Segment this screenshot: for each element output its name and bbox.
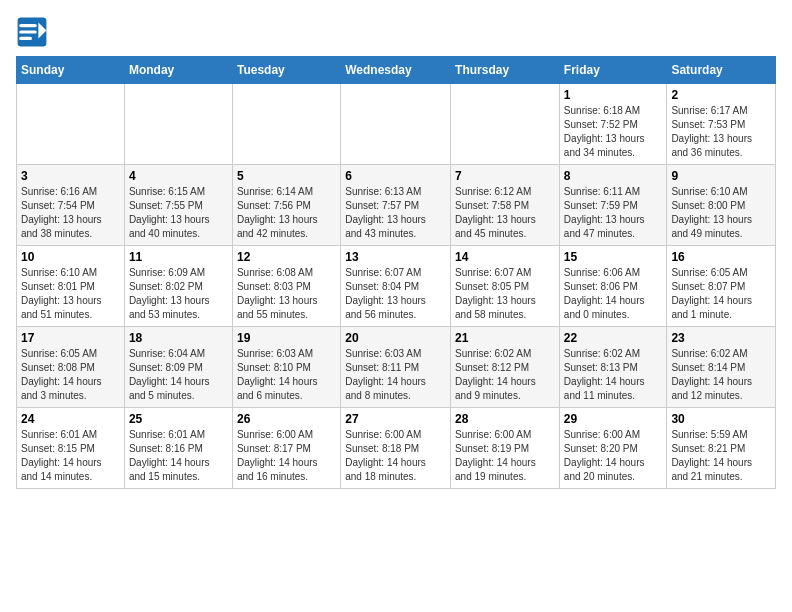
day-info: Sunrise: 6:07 AM Sunset: 8:05 PM Dayligh…	[455, 266, 555, 322]
day-cell: 8Sunrise: 6:11 AM Sunset: 7:59 PM Daylig…	[559, 165, 667, 246]
day-cell: 1Sunrise: 6:18 AM Sunset: 7:52 PM Daylig…	[559, 84, 667, 165]
day-cell: 28Sunrise: 6:00 AM Sunset: 8:19 PM Dayli…	[451, 408, 560, 489]
day-info: Sunrise: 6:05 AM Sunset: 8:07 PM Dayligh…	[671, 266, 771, 322]
week-row-4: 17Sunrise: 6:05 AM Sunset: 8:08 PM Dayli…	[17, 327, 776, 408]
week-row-2: 3Sunrise: 6:16 AM Sunset: 7:54 PM Daylig…	[17, 165, 776, 246]
day-number: 12	[237, 250, 336, 264]
day-info: Sunrise: 6:14 AM Sunset: 7:56 PM Dayligh…	[237, 185, 336, 241]
day-number: 11	[129, 250, 228, 264]
day-cell: 9Sunrise: 6:10 AM Sunset: 8:00 PM Daylig…	[667, 165, 776, 246]
day-info: Sunrise: 6:00 AM Sunset: 8:19 PM Dayligh…	[455, 428, 555, 484]
day-cell: 23Sunrise: 6:02 AM Sunset: 8:14 PM Dayli…	[667, 327, 776, 408]
day-cell: 22Sunrise: 6:02 AM Sunset: 8:13 PM Dayli…	[559, 327, 667, 408]
day-number: 25	[129, 412, 228, 426]
day-info: Sunrise: 6:12 AM Sunset: 7:58 PM Dayligh…	[455, 185, 555, 241]
weekday-wednesday: Wednesday	[341, 57, 451, 84]
day-cell: 4Sunrise: 6:15 AM Sunset: 7:55 PM Daylig…	[124, 165, 232, 246]
day-cell: 25Sunrise: 6:01 AM Sunset: 8:16 PM Dayli…	[124, 408, 232, 489]
day-number: 19	[237, 331, 336, 345]
day-info: Sunrise: 6:10 AM Sunset: 8:01 PM Dayligh…	[21, 266, 120, 322]
day-info: Sunrise: 6:04 AM Sunset: 8:09 PM Dayligh…	[129, 347, 228, 403]
day-cell: 20Sunrise: 6:03 AM Sunset: 8:11 PM Dayli…	[341, 327, 451, 408]
day-number: 27	[345, 412, 446, 426]
day-cell: 26Sunrise: 6:00 AM Sunset: 8:17 PM Dayli…	[232, 408, 340, 489]
day-number: 21	[455, 331, 555, 345]
day-cell	[17, 84, 125, 165]
calendar-body: 1Sunrise: 6:18 AM Sunset: 7:52 PM Daylig…	[17, 84, 776, 489]
day-cell: 12Sunrise: 6:08 AM Sunset: 8:03 PM Dayli…	[232, 246, 340, 327]
weekday-friday: Friday	[559, 57, 667, 84]
day-cell	[451, 84, 560, 165]
day-cell: 11Sunrise: 6:09 AM Sunset: 8:02 PM Dayli…	[124, 246, 232, 327]
day-number: 24	[21, 412, 120, 426]
day-number: 5	[237, 169, 336, 183]
day-number: 4	[129, 169, 228, 183]
day-info: Sunrise: 6:01 AM Sunset: 8:15 PM Dayligh…	[21, 428, 120, 484]
week-row-3: 10Sunrise: 6:10 AM Sunset: 8:01 PM Dayli…	[17, 246, 776, 327]
day-number: 10	[21, 250, 120, 264]
day-number: 8	[564, 169, 663, 183]
day-number: 14	[455, 250, 555, 264]
day-info: Sunrise: 5:59 AM Sunset: 8:21 PM Dayligh…	[671, 428, 771, 484]
day-number: 7	[455, 169, 555, 183]
day-cell: 21Sunrise: 6:02 AM Sunset: 8:12 PM Dayli…	[451, 327, 560, 408]
day-info: Sunrise: 6:11 AM Sunset: 7:59 PM Dayligh…	[564, 185, 663, 241]
day-info: Sunrise: 6:01 AM Sunset: 8:16 PM Dayligh…	[129, 428, 228, 484]
day-cell: 10Sunrise: 6:10 AM Sunset: 8:01 PM Dayli…	[17, 246, 125, 327]
day-info: Sunrise: 6:02 AM Sunset: 8:13 PM Dayligh…	[564, 347, 663, 403]
day-number: 13	[345, 250, 446, 264]
day-number: 3	[21, 169, 120, 183]
day-info: Sunrise: 6:16 AM Sunset: 7:54 PM Dayligh…	[21, 185, 120, 241]
weekday-tuesday: Tuesday	[232, 57, 340, 84]
day-number: 22	[564, 331, 663, 345]
day-cell: 30Sunrise: 5:59 AM Sunset: 8:21 PM Dayli…	[667, 408, 776, 489]
weekday-saturday: Saturday	[667, 57, 776, 84]
day-info: Sunrise: 6:06 AM Sunset: 8:06 PM Dayligh…	[564, 266, 663, 322]
day-info: Sunrise: 6:13 AM Sunset: 7:57 PM Dayligh…	[345, 185, 446, 241]
day-cell: 16Sunrise: 6:05 AM Sunset: 8:07 PM Dayli…	[667, 246, 776, 327]
day-info: Sunrise: 6:02 AM Sunset: 8:12 PM Dayligh…	[455, 347, 555, 403]
day-number: 2	[671, 88, 771, 102]
svg-rect-2	[19, 24, 37, 27]
day-number: 18	[129, 331, 228, 345]
day-info: Sunrise: 6:00 AM Sunset: 8:17 PM Dayligh…	[237, 428, 336, 484]
day-info: Sunrise: 6:15 AM Sunset: 7:55 PM Dayligh…	[129, 185, 228, 241]
day-info: Sunrise: 6:00 AM Sunset: 8:20 PM Dayligh…	[564, 428, 663, 484]
day-number: 15	[564, 250, 663, 264]
day-number: 26	[237, 412, 336, 426]
day-number: 30	[671, 412, 771, 426]
day-cell: 17Sunrise: 6:05 AM Sunset: 8:08 PM Dayli…	[17, 327, 125, 408]
week-row-5: 24Sunrise: 6:01 AM Sunset: 8:15 PM Dayli…	[17, 408, 776, 489]
day-cell: 13Sunrise: 6:07 AM Sunset: 8:04 PM Dayli…	[341, 246, 451, 327]
day-cell	[124, 84, 232, 165]
day-cell: 2Sunrise: 6:17 AM Sunset: 7:53 PM Daylig…	[667, 84, 776, 165]
day-info: Sunrise: 6:00 AM Sunset: 8:18 PM Dayligh…	[345, 428, 446, 484]
day-number: 17	[21, 331, 120, 345]
day-info: Sunrise: 6:08 AM Sunset: 8:03 PM Dayligh…	[237, 266, 336, 322]
weekday-thursday: Thursday	[451, 57, 560, 84]
day-info: Sunrise: 6:17 AM Sunset: 7:53 PM Dayligh…	[671, 104, 771, 160]
day-number: 20	[345, 331, 446, 345]
day-info: Sunrise: 6:07 AM Sunset: 8:04 PM Dayligh…	[345, 266, 446, 322]
day-number: 23	[671, 331, 771, 345]
week-row-1: 1Sunrise: 6:18 AM Sunset: 7:52 PM Daylig…	[17, 84, 776, 165]
day-number: 9	[671, 169, 771, 183]
day-info: Sunrise: 6:03 AM Sunset: 8:11 PM Dayligh…	[345, 347, 446, 403]
svg-rect-4	[19, 37, 32, 40]
day-info: Sunrise: 6:03 AM Sunset: 8:10 PM Dayligh…	[237, 347, 336, 403]
day-cell: 29Sunrise: 6:00 AM Sunset: 8:20 PM Dayli…	[559, 408, 667, 489]
day-cell: 3Sunrise: 6:16 AM Sunset: 7:54 PM Daylig…	[17, 165, 125, 246]
day-info: Sunrise: 6:09 AM Sunset: 8:02 PM Dayligh…	[129, 266, 228, 322]
day-info: Sunrise: 6:02 AM Sunset: 8:14 PM Dayligh…	[671, 347, 771, 403]
day-number: 16	[671, 250, 771, 264]
day-cell: 19Sunrise: 6:03 AM Sunset: 8:10 PM Dayli…	[232, 327, 340, 408]
day-cell: 27Sunrise: 6:00 AM Sunset: 8:18 PM Dayli…	[341, 408, 451, 489]
day-cell: 5Sunrise: 6:14 AM Sunset: 7:56 PM Daylig…	[232, 165, 340, 246]
calendar-table: SundayMondayTuesdayWednesdayThursdayFrid…	[16, 56, 776, 489]
svg-rect-3	[19, 30, 37, 33]
logo-icon	[16, 16, 48, 48]
weekday-monday: Monday	[124, 57, 232, 84]
day-cell: 14Sunrise: 6:07 AM Sunset: 8:05 PM Dayli…	[451, 246, 560, 327]
day-number: 1	[564, 88, 663, 102]
weekday-sunday: Sunday	[17, 57, 125, 84]
